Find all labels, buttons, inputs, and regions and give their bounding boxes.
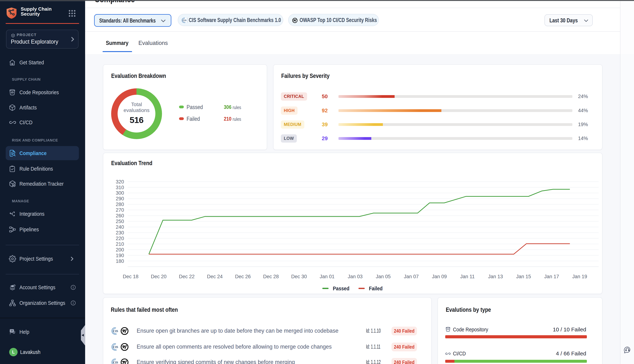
- svg-text:230: 230: [116, 230, 124, 235]
- svg-text:220: 220: [116, 236, 124, 241]
- svg-text:?: ?: [11, 329, 13, 332]
- svg-text:310: 310: [116, 184, 124, 190]
- svg-text:Jan 07: Jan 07: [404, 274, 419, 279]
- svg-text:Dec 22: Dec 22: [179, 274, 195, 279]
- svg-text:Dec 26: Dec 26: [235, 274, 251, 279]
- svg-text:Dec 30: Dec 30: [291, 274, 307, 279]
- svg-text:Jan 01: Jan 01: [320, 274, 335, 279]
- svg-text:190: 190: [116, 252, 124, 258]
- svg-text:210: 210: [116, 241, 124, 247]
- svg-text:260: 260: [116, 213, 124, 218]
- svg-text:Dec 24: Dec 24: [207, 274, 223, 279]
- svg-text:320: 320: [116, 179, 124, 184]
- svg-text:240: 240: [116, 224, 124, 230]
- svg-text:200: 200: [116, 247, 124, 252]
- svg-text:300: 300: [116, 190, 124, 196]
- svg-text:Dec 18: Dec 18: [123, 274, 139, 279]
- svg-text:250: 250: [116, 219, 124, 224]
- svg-text:Dec 20: Dec 20: [151, 274, 167, 279]
- svg-text:Jan 15: Jan 15: [516, 274, 531, 279]
- svg-text:Dec 28: Dec 28: [263, 274, 279, 279]
- svg-text:Jan 05: Jan 05: [376, 274, 391, 279]
- svg-text:Jan 17: Jan 17: [544, 274, 559, 279]
- svg-text:290: 290: [116, 196, 124, 202]
- svg-text:180: 180: [116, 258, 124, 264]
- svg-text:Jan 19: Jan 19: [572, 274, 587, 279]
- svg-text:270: 270: [116, 207, 124, 213]
- svg-text:Jan 09: Jan 09: [432, 274, 447, 279]
- svg-text:Jan 11: Jan 11: [460, 274, 475, 279]
- svg-text:280: 280: [116, 202, 124, 207]
- svg-text:Jan 13: Jan 13: [488, 274, 503, 279]
- svg-text:Jan 03: Jan 03: [348, 274, 363, 279]
